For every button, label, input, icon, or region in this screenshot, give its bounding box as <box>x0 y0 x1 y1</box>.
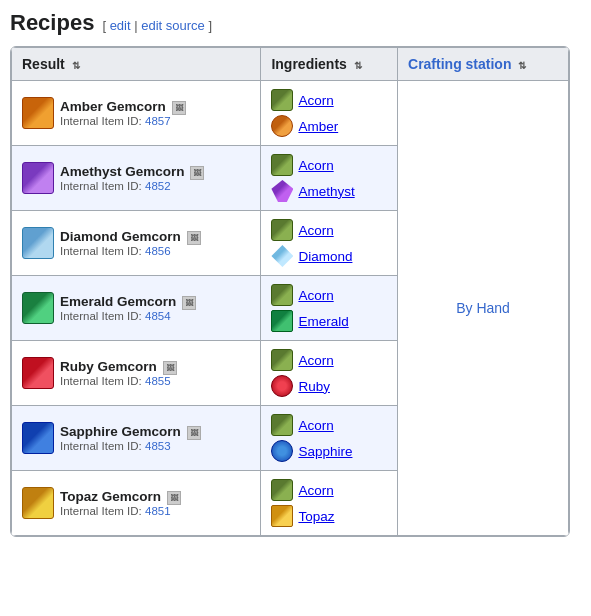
ingredient-link[interactable]: Topaz <box>298 509 334 524</box>
acorn-icon <box>271 479 293 501</box>
item-image-icon: 🖼 <box>190 166 204 180</box>
diamond-icon <box>271 245 293 267</box>
ingredients-cell: Acorn Sapphire <box>261 406 398 471</box>
recipes-table-wrapper: Result ⇅ Ingredients ⇅ Crafting station … <box>10 46 570 537</box>
item-id: Internal Item ID: 4857 <box>60 115 186 127</box>
ingredient-row: Topaz <box>271 505 387 527</box>
sapphire-icon <box>271 440 293 462</box>
acorn-icon <box>271 414 293 436</box>
result-icon <box>22 292 54 324</box>
ingredient-row: Acorn <box>271 89 387 111</box>
crafting-station-value: By Hand <box>456 300 510 316</box>
ingredient-row: Amethyst <box>271 180 387 202</box>
page-header: Recipes [ edit | edit source ] <box>10 10 581 36</box>
item-image-icon: 🖼 <box>187 231 201 245</box>
crafting-station-cell: By Hand <box>398 81 569 536</box>
ingredient-link[interactable]: Diamond <box>298 249 352 264</box>
edit-links: [ edit | edit source ] <box>102 18 212 33</box>
item-image-icon: 🖼 <box>187 426 201 440</box>
amber-icon <box>271 115 293 137</box>
result-cell: Emerald Gemcorn 🖼 Internal Item ID: 4854 <box>12 276 261 341</box>
ingredient-row: Acorn <box>271 154 387 176</box>
table-row: Amber Gemcorn 🖼 Internal Item ID: 4857 A… <box>12 81 569 146</box>
ingredient-row: Ruby <box>271 375 387 397</box>
item-id: Internal Item ID: 4855 <box>60 375 177 387</box>
result-cell: Amber Gemcorn 🖼 Internal Item ID: 4857 <box>12 81 261 146</box>
ingredient-link[interactable]: Ruby <box>298 379 330 394</box>
item-id: Internal Item ID: 4853 <box>60 440 201 452</box>
result-icon <box>22 357 54 389</box>
ingredients-sort-icon[interactable]: ⇅ <box>354 60 362 71</box>
ingredient-link[interactable]: Amber <box>298 119 338 134</box>
item-name: Topaz Gemcorn 🖼 <box>60 489 181 504</box>
edit-link[interactable]: edit <box>110 18 131 33</box>
item-name: Sapphire Gemcorn 🖼 <box>60 424 201 439</box>
ingredient-link[interactable]: Acorn <box>298 93 333 108</box>
ingredient-link[interactable]: Emerald <box>298 314 348 329</box>
item-name: Amber Gemcorn 🖼 <box>60 99 186 114</box>
result-icon <box>22 162 54 194</box>
col-ingredients[interactable]: Ingredients ⇅ <box>261 48 398 81</box>
ingredient-row: Sapphire <box>271 440 387 462</box>
item-id: Internal Item ID: 4856 <box>60 245 201 257</box>
item-image-icon: 🖼 <box>163 361 177 375</box>
amethyst-icon <box>271 180 293 202</box>
result-sort-icon[interactable]: ⇅ <box>72 60 80 71</box>
ingredients-cell: Acorn Topaz <box>261 471 398 536</box>
col-ingredients-label: Ingredients <box>271 56 346 72</box>
emerald-icon <box>271 310 293 332</box>
result-cell: Sapphire Gemcorn 🖼 Internal Item ID: 485… <box>12 406 261 471</box>
ingredient-row: Emerald <box>271 310 387 332</box>
ingredients-cell: Acorn Amber <box>261 81 398 146</box>
result-cell: Ruby Gemcorn 🖼 Internal Item ID: 4855 <box>12 341 261 406</box>
acorn-icon <box>271 154 293 176</box>
ingredients-cell: Acorn Amethyst <box>261 146 398 211</box>
item-id: Internal Item ID: 4854 <box>60 310 196 322</box>
ingredient-link[interactable]: Acorn <box>298 418 333 433</box>
result-icon <box>22 227 54 259</box>
col-result-label: Result <box>22 56 65 72</box>
item-image-icon: 🖼 <box>182 296 196 310</box>
item-id: Internal Item ID: 4851 <box>60 505 181 517</box>
ingredient-link[interactable]: Acorn <box>298 353 333 368</box>
result-icon <box>22 97 54 129</box>
acorn-icon <box>271 284 293 306</box>
ingredient-link[interactable]: Acorn <box>298 223 333 238</box>
ingredient-link[interactable]: Amethyst <box>298 184 354 199</box>
ingredient-row: Diamond <box>271 245 387 267</box>
col-result[interactable]: Result ⇅ <box>12 48 261 81</box>
ingredient-link[interactable]: Acorn <box>298 288 333 303</box>
result-cell: Amethyst Gemcorn 🖼 Internal Item ID: 485… <box>12 146 261 211</box>
ingredient-row: Amber <box>271 115 387 137</box>
page-title: Recipes <box>10 10 94 36</box>
ingredient-row: Acorn <box>271 479 387 501</box>
crafting-sort-icon[interactable]: ⇅ <box>518 60 526 71</box>
table-header-row: Result ⇅ Ingredients ⇅ Crafting station … <box>12 48 569 81</box>
item-image-icon: 🖼 <box>172 101 186 115</box>
item-id: Internal Item ID: 4852 <box>60 180 204 192</box>
result-icon <box>22 422 54 454</box>
item-name: Diamond Gemcorn 🖼 <box>60 229 201 244</box>
ingredient-row: Acorn <box>271 219 387 241</box>
ingredients-cell: Acorn Ruby <box>261 341 398 406</box>
col-crafting-label: Crafting station <box>408 56 511 72</box>
ingredient-link[interactable]: Acorn <box>298 483 333 498</box>
ingredient-link[interactable]: Acorn <box>298 158 333 173</box>
ingredient-row: Acorn <box>271 414 387 436</box>
ingredient-link[interactable]: Sapphire <box>298 444 352 459</box>
item-name: Amethyst Gemcorn 🖼 <box>60 164 204 179</box>
ingredient-row: Acorn <box>271 284 387 306</box>
item-name: Emerald Gemcorn 🖼 <box>60 294 196 309</box>
result-cell: Diamond Gemcorn 🖼 Internal Item ID: 4856 <box>12 211 261 276</box>
ingredient-row: Acorn <box>271 349 387 371</box>
ingredients-cell: Acorn Emerald <box>261 276 398 341</box>
acorn-icon <box>271 89 293 111</box>
ruby-icon <box>271 375 293 397</box>
edit-source-link[interactable]: edit source <box>141 18 205 33</box>
result-cell: Topaz Gemcorn 🖼 Internal Item ID: 4851 <box>12 471 261 536</box>
recipes-table: Result ⇅ Ingredients ⇅ Crafting station … <box>11 47 569 536</box>
topaz-icon <box>271 505 293 527</box>
acorn-icon <box>271 219 293 241</box>
ingredients-cell: Acorn Diamond <box>261 211 398 276</box>
col-crafting-station[interactable]: Crafting station ⇅ <box>398 48 569 81</box>
